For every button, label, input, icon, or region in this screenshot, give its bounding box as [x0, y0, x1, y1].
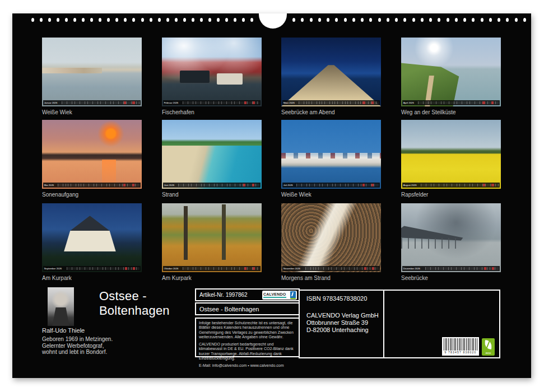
- binding-hole: [48, 18, 51, 22]
- binding-hole: [395, 18, 398, 22]
- publisher-line: D-82008 Unterhaching: [306, 326, 379, 334]
- binding-hole: [403, 18, 406, 22]
- month-strip-label: Oktober 2026: [163, 267, 180, 271]
- legal-paragraph: Infolge bestehender Schutzrechte ist es …: [199, 321, 296, 339]
- month-photo-thumbnail: Juli 2026: [281, 120, 381, 189]
- binding-hole: [175, 18, 178, 22]
- binding-hole: [250, 18, 253, 22]
- binding-hole: [73, 18, 76, 22]
- ean-barcode: 9 783457 838020: [442, 337, 479, 356]
- month-strip-day-cells: [305, 267, 379, 270]
- mini-month-calendar-strip: Dezember 2026: [402, 266, 500, 271]
- binding-hole: [310, 18, 313, 22]
- binding-hole: [378, 18, 381, 22]
- binding-hole: [292, 18, 295, 22]
- mini-month-calendar-strip: Februar 2026: [163, 100, 261, 105]
- photo-detail-shape: [401, 58, 501, 106]
- month-strip-label: Dezember 2026: [402, 267, 421, 271]
- binding-hole: [515, 18, 518, 22]
- leaf-icon: [484, 340, 492, 349]
- binding-hole: [481, 18, 483, 22]
- binding-hole: [150, 18, 152, 22]
- month-photo-thumbnail: Mai 2026: [42, 120, 142, 189]
- binding-hole: [463, 18, 466, 22]
- hanger-notch: [259, 13, 287, 29]
- binding-hole: [327, 18, 329, 22]
- binding-hole: [489, 18, 492, 22]
- calendar-title-box: Ostsee - Boltenhagen: [195, 302, 300, 315]
- barcode-digits: 9 783457 838020: [444, 351, 477, 354]
- month-photo-thumbnail: Oktober 2026: [162, 203, 262, 272]
- month-photo-thumbnail: Januar 2026: [42, 38, 142, 106]
- month-photo-thumbnail: Februar 2026: [162, 38, 262, 106]
- mini-month-calendar-strip: Oktober 2026: [163, 266, 261, 271]
- author-name: Ralf-Udo Thiele: [42, 327, 85, 334]
- month-strip-day-cells: [299, 101, 379, 104]
- photo-detail-shape: [401, 238, 456, 249]
- binding-hole: [115, 18, 118, 22]
- calendar-title-line-2: Boltenhagen: [99, 304, 170, 318]
- thumbnail-caption: Am Kurpark: [42, 274, 154, 282]
- binding-hole: [506, 18, 509, 22]
- binding-hole: [361, 18, 364, 22]
- photo-detail-shape: [217, 73, 243, 85]
- month-strip-day-cells: [58, 184, 140, 186]
- eco-badge: eco: [482, 338, 495, 356]
- author-photo: [48, 287, 74, 326]
- month-strip-label: Mai 2026: [43, 183, 55, 188]
- legal-paragraph: CALVENDO produziert bedarfsgerecht und k…: [199, 342, 296, 361]
- month-strip-day-cells: [425, 267, 499, 270]
- binding-hole: [90, 18, 93, 22]
- month-strip-day-cells: [183, 101, 259, 104]
- month-photo-thumbnail: März 2026: [281, 38, 381, 106]
- author-bio-line: wohnt und lebt in Bondorf.: [42, 349, 113, 356]
- barcode-bars: [444, 338, 477, 351]
- month-strip-day-cells: [421, 184, 499, 186]
- binding-hole: [344, 18, 347, 22]
- binding-hole: [387, 18, 389, 22]
- binding-hole: [318, 18, 321, 22]
- photo-detail-shape: [64, 216, 116, 251]
- thumbnail-caption: Weiße Wiek: [281, 191, 393, 198]
- calvendo-logo-icon: [290, 291, 296, 299]
- binding-hole: [438, 18, 440, 22]
- binding-hole: [31, 18, 34, 22]
- month-strip-label: Januar 2026: [43, 101, 59, 105]
- photo-detail-shape: [180, 71, 210, 83]
- mini-month-calendar-strip: Mai 2026: [43, 183, 141, 188]
- publisher-address: CALVENDO Verlag GmbH Ottobrunner Straße …: [306, 312, 379, 334]
- binding-hole: [242, 18, 245, 22]
- calendar-title: Ostsee - Boltenhagen: [99, 289, 170, 318]
- photo-detail-shape: [184, 206, 188, 260]
- binding-hole: [132, 18, 135, 22]
- mini-month-calendar-strip: November 2026: [282, 266, 380, 271]
- thumbnail-caption: Weg an der Steilküste: [401, 109, 513, 116]
- thumbnail-caption: Seebrücke: [401, 274, 513, 282]
- mini-month-calendar-strip: August 2026: [402, 183, 500, 188]
- binding-hole: [455, 18, 458, 22]
- thumbnail-caption: Am Kurpark: [162, 274, 274, 282]
- legal-text-box: Infolge bestehender Schutzrechte ist es …: [195, 318, 300, 357]
- calvendo-logo-tagline-bar: [263, 297, 286, 298]
- author-bio-line: Geboren 1969 in Metzingen.: [42, 336, 113, 343]
- binding-hole: [65, 18, 68, 22]
- binding-hole: [421, 18, 424, 22]
- thumbnail-caption: Seebrücke am Abend: [281, 109, 393, 116]
- binding-hole: [429, 18, 432, 22]
- author-bio: Geboren 1969 in Metzingen. Gelernter Wer…: [42, 336, 113, 356]
- binding-hole: [217, 18, 220, 22]
- thumbnail-caption: Fischerhafen: [162, 109, 274, 116]
- binding-hole: [301, 18, 304, 22]
- calvendo-logo-text: CALVENDO: [263, 292, 290, 298]
- binding-hole: [107, 18, 110, 22]
- calendar-back-cover: Januar 2026Weiße WiekFebruar 2026Fischer…: [0, 0, 544, 392]
- isbn-barcode-box: ISBN 9783457838020 CALVENDO Verlag GmbH …: [299, 290, 500, 358]
- isbn-text: ISBN 9783457838020: [306, 295, 367, 302]
- month-strip-day-cells: [67, 267, 140, 270]
- binding-hole: [82, 18, 85, 22]
- month-strip-label: Februar 2026: [163, 101, 180, 105]
- month-strip-label: März 2026: [282, 101, 296, 105]
- photo-detail-shape: [281, 38, 381, 106]
- binding-hole: [183, 18, 186, 22]
- month-strip-label: Juni 2026: [163, 183, 176, 188]
